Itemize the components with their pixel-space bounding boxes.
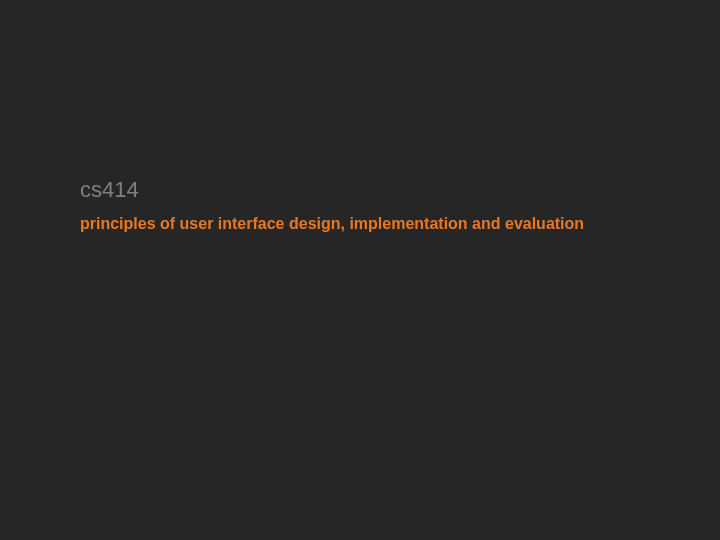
course-code: cs414 <box>80 177 139 203</box>
slide: cs414 principles of user interface desig… <box>0 0 720 540</box>
course-title: principles of user interface design, imp… <box>80 215 584 233</box>
